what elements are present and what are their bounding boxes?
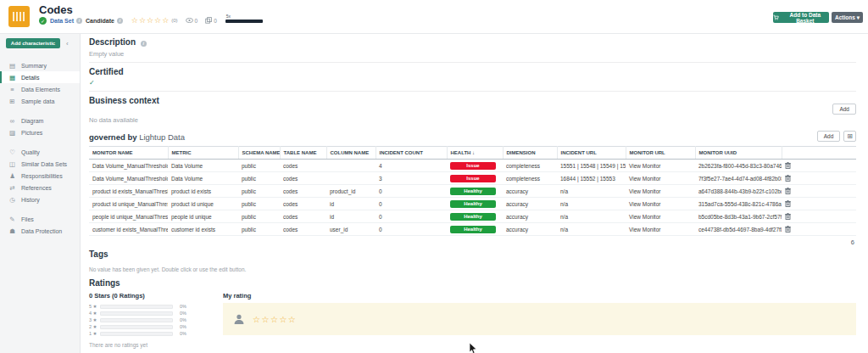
quality-icon: ♡ <box>8 148 17 156</box>
sidebar-collapse-icon[interactable]: ‹ <box>66 40 69 48</box>
delete-monitor-button[interactable] <box>782 185 856 198</box>
monitor-url-link[interactable]: View Monitor <box>626 185 695 198</box>
sidebar-item-files[interactable]: ✎Files <box>0 213 80 225</box>
business-context-add-button[interactable]: Add <box>832 104 856 115</box>
delete-monitor-button[interactable] <box>782 223 856 236</box>
completeness-indicator: 5x <box>225 15 264 25</box>
column-header-column-name[interactable]: COLUMN NAME <box>326 147 376 160</box>
actions-button[interactable]: Actions ▾ <box>832 12 863 23</box>
sidebar-item-responsibilities[interactable]: ♟Responsibilities <box>0 170 80 182</box>
monitor-uuid-cell: 315ad7ca-555d-438c-821c-4786afed9efe <box>695 198 782 210</box>
info-icon[interactable]: i <box>117 18 123 24</box>
column-header-schema-name[interactable]: SCHEMA NAME <box>238 147 280 160</box>
sidebar-item-label: Diagram <box>21 118 43 124</box>
monitor-url-link[interactable]: View Monitor <box>626 172 695 185</box>
sidebar-item-label: History <box>21 197 40 203</box>
monitor-uuid-cell: a647d388-844b-43b9-b22f-c102bc78e241 <box>695 185 782 198</box>
asset-page: Codes ✓ Data Set i Candidate i ☆☆☆☆☆ (0)… <box>0 0 868 353</box>
tags-empty-text[interactable]: No value has been given yet. Double clic… <box>89 266 856 272</box>
monitor-table-header-row: MONITOR NAMEMETRICSCHEMA NAMETABLE NAMEC… <box>89 147 856 160</box>
completeness-label: 5x <box>226 14 231 19</box>
monitor-row: product id unique_ManualThresholdproduct… <box>89 198 856 210</box>
monitor-name-cell: Data Volume_ManualThreshold <box>89 172 168 185</box>
column-header-monitor-name[interactable]: MONITOR NAME <box>89 147 168 160</box>
sidebar-item-quality[interactable]: ♡Quality <box>0 146 80 158</box>
certified-check-icon[interactable]: ✓ <box>89 79 856 87</box>
monitor-add-button[interactable]: Add <box>817 131 841 142</box>
ratings-empty-text: There are no ratings yet <box>89 342 208 348</box>
sidebar-item-similar-data-sets[interactable]: ◫Similar Data Sets <box>0 158 80 170</box>
incident-count-cell: 3 <box>376 172 447 185</box>
delete-monitor-button[interactable] <box>782 210 856 223</box>
monitor-url-link[interactable]: View Monitor <box>626 198 695 210</box>
column-header-incident-url[interactable]: INCIDENT URL <box>557 147 626 160</box>
monitor-name-cell: product id exists_ManualThreshold <box>89 185 168 198</box>
column-name-cell: id <box>326 198 376 210</box>
description-value[interactable]: Empty value <box>89 50 856 58</box>
sidebar-item-summary[interactable]: ▤Summary <box>0 59 80 71</box>
delete-monitor-button[interactable] <box>782 172 856 185</box>
tags-heading: Tags <box>89 249 856 259</box>
table-name-cell: codes <box>280 198 326 210</box>
add-characteristic-button[interactable]: Add characteristic <box>6 38 60 48</box>
schema-name-cell: public <box>238 210 280 223</box>
monitor-url-link[interactable]: View Monitor <box>626 210 695 223</box>
table-view-toggle-button[interactable]: ⊞ <box>843 131 856 142</box>
column-name-cell: id <box>326 210 376 223</box>
rating-count: (0) <box>171 18 177 23</box>
column-header-health[interactable]: HEALTH ↓ <box>447 147 503 160</box>
monitor-table: MONITOR NAMEMETRICSCHEMA NAMETABLE NAMEC… <box>89 146 856 236</box>
monitor-row: Data Volume_ManualThresholdData Volumepu… <box>89 160 856 172</box>
trash-icon <box>785 213 791 220</box>
column-name-cell: user_id <box>326 223 376 236</box>
table-row-count: 6 <box>89 238 854 246</box>
rating-bar-percent: 0% <box>180 331 186 336</box>
sidebar-item-data-elements[interactable]: ≡Data Elements <box>0 83 80 95</box>
incident-url-links[interactable]: 16844 | 15552 | 15553 <box>557 172 626 185</box>
column-header-metric[interactable]: METRIC <box>168 147 238 160</box>
asset-rating-stars[interactable]: ☆☆☆☆☆ <box>131 16 170 25</box>
trash-icon <box>785 162 791 169</box>
ratings-heading: Ratings <box>89 278 856 288</box>
metric-cell: customer id exists <box>168 223 238 236</box>
sidebar-item-data-protection[interactable]: ☗Data Protection <box>0 225 80 237</box>
sidebar-item-details[interactable]: ▦Details <box>0 71 80 83</box>
mouse-cursor <box>469 343 477 353</box>
files-icon: ✎ <box>8 216 17 223</box>
sidebar-item-sample-data[interactable]: ⊞Sample data <box>0 95 80 107</box>
table-name-cell: codes <box>280 172 326 185</box>
my-rating-panel: My rating ☆☆☆☆☆ <box>223 292 856 348</box>
asset-type-link[interactable]: Data Set <box>50 18 74 24</box>
monitor-url-link[interactable]: View Monitor <box>626 160 695 172</box>
monitor-url-link[interactable]: View Monitor <box>626 223 695 236</box>
incident-count-cell: 4 <box>376 160 447 172</box>
references-icon: ⇄ <box>8 184 17 192</box>
column-name-cell <box>326 172 376 185</box>
rating-bar-row: 3 ★0% <box>89 317 208 323</box>
user-avatar <box>233 313 245 325</box>
rating-bar-track <box>100 325 173 329</box>
column-header-monitor-uuid[interactable]: MONITOR UUID <box>695 147 782 160</box>
column-header-monitor-url[interactable]: MONITOR URL <box>626 147 695 160</box>
add-to-data-basket-button[interactable]: Add to Data Basket <box>773 12 829 23</box>
sidebar-item-pictures[interactable]: ▨Pictures <box>0 126 80 138</box>
incident-count-cell: 0 <box>376 198 447 210</box>
delete-monitor-button[interactable] <box>782 198 856 210</box>
metric-cell: product id unique <box>168 198 238 210</box>
info-icon[interactable]: i <box>76 18 82 24</box>
sidebar-item-references[interactable]: ⇄References <box>0 182 80 193</box>
delete-monitor-button[interactable] <box>782 160 856 172</box>
metric-cell: Data Volume <box>168 160 238 172</box>
sidebar-item-label: Quality <box>21 149 40 155</box>
column-header-incident-count[interactable]: INCIDENT COUNT <box>376 147 447 160</box>
sidebar-item-history[interactable]: ◷History <box>0 193 80 205</box>
my-rating-box: ☆☆☆☆☆ <box>223 303 856 335</box>
info-icon[interactable]: i <box>141 41 147 47</box>
my-rating-stars[interactable]: ☆☆☆☆☆ <box>253 315 297 324</box>
summary-icon: ▤ <box>8 62 17 70</box>
column-header-table-name[interactable]: TABLE NAME <box>280 147 326 160</box>
sidebar-item-diagram[interactable]: ∞Diagram <box>0 115 80 126</box>
incident-url-links[interactable]: 15551 | 15548 | 15549 | 15550 <box>557 160 626 172</box>
column-header-dimension[interactable]: DIMENSION <box>503 147 557 160</box>
sidebar-item-label: Sample data <box>21 98 54 104</box>
